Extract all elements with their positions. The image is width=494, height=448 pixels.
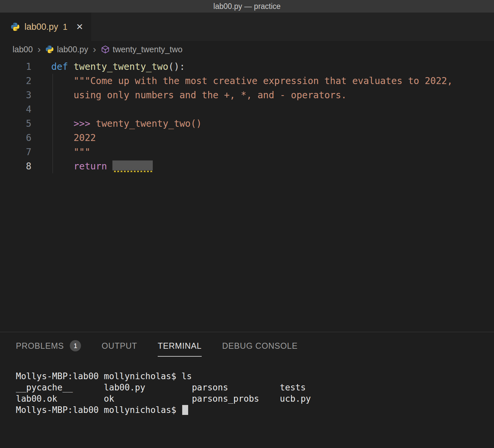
code-token: (): bbox=[168, 61, 185, 72]
panel-tab-label: PROBLEMS bbox=[16, 341, 64, 351]
code-token: 2022 bbox=[51, 132, 96, 143]
close-icon[interactable]: ✕ bbox=[76, 22, 83, 32]
code-line-7[interactable]: 7 """ bbox=[0, 145, 494, 159]
code-lines: 1def twenty_twenty_two():2 """Come up wi… bbox=[0, 60, 494, 173]
panel-tab-label: DEBUG CONSOLE bbox=[222, 341, 298, 351]
bottom-panel: PROBLEMS1OUTPUTTERMINALDEBUG CONSOLE Mol… bbox=[0, 332, 494, 448]
breadcrumb-label: lab00 bbox=[13, 45, 33, 54]
line-number: 7 bbox=[0, 145, 31, 159]
code-line-4[interactable]: 4 bbox=[0, 102, 494, 116]
breadcrumb-item-twenty-twenty-two[interactable]: twenty_twenty_two bbox=[101, 45, 183, 54]
tab-label: lab00.py bbox=[24, 22, 58, 32]
code-token bbox=[68, 61, 74, 72]
code-text: using only numbers and the +, *, and - o… bbox=[31, 88, 347, 102]
panel-tab-bar: PROBLEMS1OUTPUTTERMINALDEBUG CONSOLE bbox=[0, 332, 494, 359]
breadcrumb-label: lab00.py bbox=[57, 45, 88, 54]
code-line-6[interactable]: 6 2022 bbox=[0, 131, 494, 145]
code-token: using only numbers and the +, *, and - o… bbox=[51, 90, 347, 101]
window-title: lab00.py — practice bbox=[213, 2, 280, 11]
panel-tab-problems[interactable]: PROBLEMS1 bbox=[16, 332, 81, 359]
panel-tab-label: TERMINAL bbox=[158, 341, 202, 351]
tab-lab00py[interactable]: lab00.py 1 ✕ bbox=[0, 13, 91, 41]
terminal-line: Mollys-MBP:lab00 mollynicholas$ ls bbox=[16, 371, 494, 382]
code-line-5[interactable]: 5 >>> twenty_twenty_two() bbox=[0, 116, 494, 131]
chevron-right-icon: › bbox=[37, 44, 41, 54]
code-text: def twenty_twenty_two(): bbox=[31, 60, 185, 74]
snippet-selection[interactable] bbox=[112, 160, 153, 170]
code-text: 2022 bbox=[31, 131, 96, 145]
code-token bbox=[51, 118, 73, 129]
line-number: 5 bbox=[0, 116, 31, 131]
breadcrumb: lab00›lab00.py›twenty_twenty_two bbox=[0, 41, 494, 58]
line-number: 6 bbox=[0, 131, 31, 145]
panel-tab-debug-console[interactable]: DEBUG CONSOLE bbox=[222, 332, 298, 359]
code-text: return bbox=[31, 159, 153, 173]
line-number: 1 bbox=[0, 60, 31, 74]
python-icon bbox=[11, 22, 20, 31]
code-text bbox=[31, 102, 51, 116]
panel-tab-terminal[interactable]: TERMINAL bbox=[158, 332, 202, 359]
code-token bbox=[107, 161, 113, 172]
breadcrumb-item-lab00-py[interactable]: lab00.py bbox=[45, 45, 88, 54]
terminal-text: lab00.ok ok parsons_probs ucb.py bbox=[16, 394, 311, 404]
chevron-right-icon: › bbox=[93, 44, 96, 54]
breadcrumb-item-lab00[interactable]: lab00 bbox=[13, 45, 33, 54]
code-token bbox=[51, 161, 73, 172]
code-line-1[interactable]: 1def twenty_twenty_two(): bbox=[0, 60, 494, 74]
vscode-window: lab00.py — practice lab00.py 1 ✕ lab00›l… bbox=[0, 0, 494, 448]
terminal-line: __pycache__ lab00.py parsons tests bbox=[16, 382, 494, 393]
line-number: 8 bbox=[0, 159, 31, 173]
line-number: 2 bbox=[0, 74, 31, 88]
breadcrumb-label: twenty_twenty_two bbox=[113, 45, 183, 54]
code-line-2[interactable]: 2 """Come up with the most creative expr… bbox=[0, 74, 494, 88]
code-text: """Come up with the most creative expres… bbox=[31, 74, 453, 88]
code-token: """Come up with the most creative expres… bbox=[51, 75, 453, 86]
line-number: 3 bbox=[0, 88, 31, 102]
code-text: >>> twenty_twenty_two() bbox=[31, 116, 202, 131]
code-token: twenty_twenty_two() bbox=[90, 118, 202, 129]
terminal-text: Mollys-MBP:lab00 mollynicholas$ ls bbox=[16, 371, 192, 381]
symbol-cube-icon bbox=[101, 45, 110, 54]
terminal[interactable]: Mollys-MBP:lab00 mollynicholas$ ls__pyca… bbox=[0, 359, 494, 416]
panel-tab-label: OUTPUT bbox=[102, 341, 137, 351]
code-token: def bbox=[51, 61, 68, 72]
panel-tab-output[interactable]: OUTPUT bbox=[102, 332, 137, 359]
code-text: """ bbox=[31, 145, 90, 159]
terminal-text: Mollys-MBP:lab00 mollynicholas$ bbox=[16, 405, 182, 415]
titlebar: lab00.py — practice bbox=[0, 0, 494, 13]
tab-problem-count: 1 bbox=[63, 22, 67, 32]
terminal-line: lab00.ok ok parsons_probs ucb.py bbox=[16, 393, 494, 404]
code-token: """ bbox=[51, 147, 90, 157]
terminal-text: __pycache__ lab00.py parsons tests bbox=[16, 382, 306, 392]
code-token: twenty_twenty_two bbox=[73, 61, 168, 72]
python-icon bbox=[45, 45, 54, 54]
line-number: 4 bbox=[0, 102, 31, 116]
terminal-cursor bbox=[182, 405, 188, 415]
code-line-3[interactable]: 3 using only numbers and the +, *, and -… bbox=[0, 88, 494, 102]
problems-count-badge: 1 bbox=[70, 340, 81, 351]
code-token: return bbox=[73, 161, 107, 172]
code-line-8[interactable]: 8 return bbox=[0, 159, 494, 173]
code-editor[interactable]: 1def twenty_twenty_two():2 """Come up wi… bbox=[0, 58, 494, 332]
code-token: >>> bbox=[73, 118, 90, 129]
editor-tab-bar: lab00.py 1 ✕ bbox=[0, 13, 494, 41]
terminal-line: Mollys-MBP:lab00 mollynicholas$ bbox=[16, 404, 494, 416]
